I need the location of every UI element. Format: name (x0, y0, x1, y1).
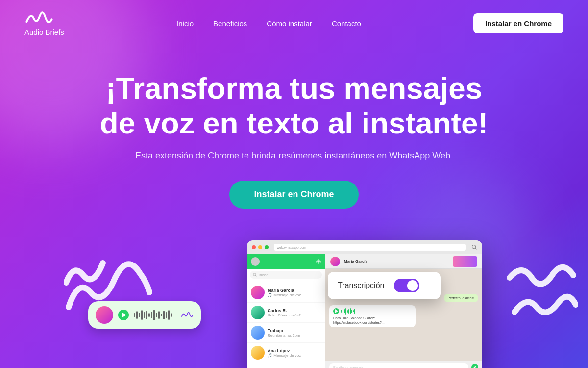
audio-card-avatar (96, 306, 113, 324)
chat-info-4: Ana López 🎵 Mensaje de voz (268, 348, 321, 358)
message-3: Caro Julio Soledad Suárez: https://m.fac… (329, 305, 416, 327)
chat-preview-1: 🎵 Mensaje de voz (268, 293, 321, 297)
play-btn-small-2[interactable] (333, 308, 339, 314)
chat-avatar-3 (251, 326, 265, 340)
transcription-label: Transcripción (338, 281, 384, 290)
nav-beneficios[interactable]: Beneficios (213, 19, 247, 27)
chat-item-4[interactable]: Ana López 🎵 Mensaje de voz (247, 343, 325, 363)
toggle-knob (407, 280, 418, 291)
chat-preview-3: Reunión a las 3pm (268, 333, 321, 338)
chat-sidebar: Buscar... María García 🎵 Mensaje de voz (247, 254, 325, 368)
chat-info-3: Trabajo Reunión a las 3pm (268, 328, 321, 338)
navbar: Audio Briefs Inicio Beneficios Cómo inst… (0, 0, 588, 46)
chat-avatar-4 (251, 346, 265, 360)
logo-icon (24, 10, 54, 27)
chat-input[interactable]: Escribe un mensaje... (329, 363, 468, 368)
chat-main: María García (325, 254, 482, 368)
browser-dot-yellow (258, 245, 262, 249)
transcription-card: Transcripción (328, 272, 441, 299)
nav-inicio[interactable]: Inicio (176, 19, 194, 27)
browser-dot-red (252, 245, 256, 249)
chat-input-placeholder: Escribe un mensaje... (333, 366, 366, 368)
chat-sidebar-header (247, 254, 325, 269)
install-chrome-button-nav[interactable]: Instalar en Chrome (473, 13, 564, 33)
chat-preview-2: Hola! Cómo estás? (268, 313, 321, 317)
browser-bar: web.whatsapp.com (247, 240, 482, 254)
chat-name-2: Carlos R. (268, 308, 321, 313)
chat-search-placeholder: Buscar... (259, 273, 272, 277)
squiggle-right-icon (505, 258, 578, 339)
audio-wave-2 (341, 308, 355, 315)
sidebar-avatar (251, 257, 260, 266)
chat-avatar-2 (251, 306, 265, 319)
svg-line-6 (256, 276, 257, 277)
nav-como-instalar[interactable]: Cómo instalar (267, 19, 312, 27)
chat-header-thumb (453, 256, 477, 267)
transcription-toggle[interactable] (394, 279, 419, 292)
audio-card-logo-icon (181, 310, 194, 320)
audio-card-waveform (134, 309, 172, 321)
chat-name-3: Trabajo (268, 328, 321, 333)
page-wrapper: Audio Briefs Inicio Beneficios Cómo inst… (0, 0, 588, 368)
hero-subtitle: Esta extensión de Chrome te brinda resúm… (10, 151, 578, 161)
chat-search[interactable]: Buscar... (250, 271, 322, 279)
chat-info-1: María García 🎵 Mensaje de voz (268, 288, 321, 297)
browser-search-icon (471, 244, 477, 250)
sidebar-icon-1 (316, 259, 321, 264)
audio-message-2 (333, 308, 412, 315)
audio-message-card (88, 301, 201, 329)
svg-line-1 (475, 248, 477, 250)
address-bar: web.whatsapp.com (274, 244, 466, 251)
chat-list: María García 🎵 Mensaje de voz Carlos R. … (247, 281, 325, 365)
chat-item-2[interactable]: Carlos R. Hola! Cómo estás? (247, 303, 325, 323)
nav-contacto[interactable]: Contacto (332, 19, 361, 27)
chat-search-icon (253, 273, 257, 277)
chat-input-bar: Escribe un mensaje... (325, 361, 482, 368)
send-button[interactable] (471, 364, 478, 368)
install-chrome-button-hero[interactable]: Instalar en Chrome (229, 181, 358, 209)
active-chat-name: María García (344, 259, 368, 263)
brand-name: Audio Briefs (24, 28, 64, 36)
hero-title: ¡Transforma tus mensajes de voz en texto… (86, 71, 502, 141)
chat-header: María García (325, 254, 482, 269)
chat-avatar-1 (251, 286, 265, 299)
logo-area: Audio Briefs (24, 10, 64, 36)
illustration-area: web.whatsapp.com (0, 211, 588, 368)
chat-preview-4: 🎵 Mensaje de voz (268, 353, 321, 358)
chat-item-3[interactable]: Trabajo Reunión a las 3pm (247, 323, 325, 343)
browser-content: Buscar... María García 🎵 Mensaje de voz (247, 254, 482, 368)
sidebar-icons (316, 259, 321, 264)
play-triangle-icon (122, 312, 126, 318)
hero-section: ¡Transforma tus mensajes de voz en texto… (0, 46, 588, 223)
send-icon (473, 365, 477, 368)
message-2: Perfecto, gracias! (444, 294, 478, 302)
chat-info-2: Carlos R. Hola! Cómo estás? (268, 308, 321, 317)
active-chat-avatar (330, 257, 340, 266)
nav-links: Inicio Beneficios Cómo instalar Contacto (176, 19, 361, 27)
chat-item[interactable]: María García 🎵 Mensaje de voz (247, 283, 325, 303)
chat-name-4: Ana López (268, 348, 321, 353)
msg-text-2: Perfecto, gracias! (448, 296, 474, 300)
chat-name-1: María García (268, 288, 321, 293)
transcription-text-2: Caro Julio Soledad Suárez: https://m.fac… (333, 316, 412, 325)
browser-mockup: web.whatsapp.com (247, 240, 482, 368)
audio-card-play-btn[interactable] (118, 310, 129, 320)
browser-dot-green (265, 245, 269, 249)
